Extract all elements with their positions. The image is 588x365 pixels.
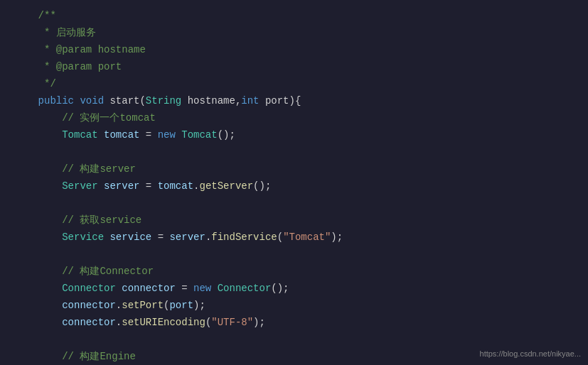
code-token: . — [205, 229, 211, 245]
code-token — [14, 178, 62, 194]
code-token: = — [146, 127, 158, 143]
code-token: . — [193, 178, 199, 194]
code-token: int — [241, 93, 265, 109]
code-token: service — [109, 229, 157, 245]
code-token: /** — [14, 8, 56, 23]
code-token: 构建Engine — [80, 349, 135, 364]
code-token: Tomcat — [62, 127, 104, 143]
code-token: = — [181, 280, 193, 296]
code-line: // 获取service — [0, 212, 588, 229]
code-token: ); — [253, 315, 265, 330]
code-token: connector — [122, 280, 181, 296]
code-token: // — [14, 110, 80, 126]
code-token: . — [116, 315, 122, 330]
code-line — [0, 331, 588, 348]
code-line: Connector connector = new Connector(); — [0, 280, 588, 297]
code-token — [14, 127, 62, 143]
code-token: * @param — [14, 42, 98, 58]
code-token: port){ — [265, 93, 301, 109]
code-token: hostname — [98, 42, 146, 58]
code-line: // 构建Connector — [0, 263, 588, 280]
code-token: // — [14, 212, 80, 228]
code-token: findService — [211, 229, 277, 245]
code-token: */ — [14, 76, 56, 92]
code-token: tomcat — [158, 178, 193, 194]
code-token: // — [14, 263, 80, 279]
code-token: tomcat — [104, 127, 146, 143]
code-line: // 构建server — [0, 160, 588, 178]
code-token: Service — [62, 229, 109, 245]
code-line: * 启动服务 — [0, 24, 588, 41]
code-token: port — [169, 298, 193, 313]
code-token: server — [169, 229, 205, 245]
code-token: String — [146, 93, 188, 109]
code-token: server — [104, 178, 146, 194]
code-token: 实例一个tomcat — [80, 110, 155, 126]
code-token: (); — [271, 280, 289, 296]
code-token: getServer — [199, 178, 253, 194]
code-token: void — [80, 93, 109, 109]
code-token: (); — [253, 178, 271, 194]
code-token: setPort — [122, 298, 164, 313]
code-token: Tomcat — [181, 127, 217, 143]
code-line: // 实例一个tomcat — [0, 109, 588, 126]
code-token: 获取service — [80, 212, 141, 228]
code-token: "UTF-8" — [211, 315, 253, 330]
code-line: /** — [0, 7, 588, 24]
code-token: ( — [277, 229, 283, 245]
code-token — [14, 280, 62, 296]
code-token: Server — [62, 178, 104, 194]
code-token — [14, 298, 62, 313]
code-token: * — [14, 25, 56, 40]
code-token: public — [14, 93, 80, 109]
code-editor: /** * 启动服务 * @param hostname * @param po… — [0, 0, 588, 365]
code-content: /** * 启动服务 * @param hostname * @param po… — [0, 7, 588, 365]
watermark: https://blog.csdn.net/nikyae... — [480, 349, 581, 358]
code-line: public void start(String hostname,int po… — [0, 92, 588, 109]
code-line: connector.setURIEncoding("UTF-8"); — [0, 314, 588, 331]
code-token: = — [146, 178, 158, 194]
code-token: Connector — [218, 280, 272, 296]
code-token: ); — [331, 229, 343, 245]
code-token: port — [98, 59, 122, 75]
code-line — [0, 195, 588, 212]
code-token: ( — [205, 315, 211, 330]
code-token: Connector — [62, 280, 122, 296]
code-token: connector — [62, 298, 116, 313]
code-line — [0, 143, 588, 160]
code-token — [14, 229, 62, 245]
code-token: * @param — [14, 59, 98, 75]
code-token: ); — [193, 298, 205, 313]
code-token: (); — [218, 127, 235, 143]
code-token: setURIEncoding — [122, 315, 205, 330]
code-token: start( — [109, 93, 145, 109]
code-token: // — [14, 349, 80, 364]
code-token: // — [14, 161, 80, 177]
code-token: = — [158, 229, 170, 245]
code-line — [0, 246, 588, 263]
code-token: new — [193, 280, 218, 296]
code-line: */ — [0, 75, 588, 92]
code-token: 构建server — [80, 161, 135, 177]
code-token — [14, 315, 62, 330]
code-token: new — [158, 127, 182, 143]
code-token: 启动服务 — [56, 25, 96, 40]
code-line: Server server = tomcat.getServer(); — [0, 178, 588, 195]
code-token: connector — [62, 315, 116, 330]
code-token: ( — [164, 298, 169, 313]
code-token: "Tomcat" — [283, 229, 331, 245]
code-line: connector.setPort(port); — [0, 297, 588, 314]
code-line: * @param port — [0, 58, 588, 75]
code-token: hostname, — [188, 93, 242, 109]
code-token: 构建Connector — [80, 263, 154, 279]
code-line: * @param hostname — [0, 41, 588, 58]
code-token: . — [116, 298, 122, 313]
code-line: Tomcat tomcat = new Tomcat(); — [0, 126, 588, 143]
code-line: Service service = server.findService("To… — [0, 229, 588, 246]
